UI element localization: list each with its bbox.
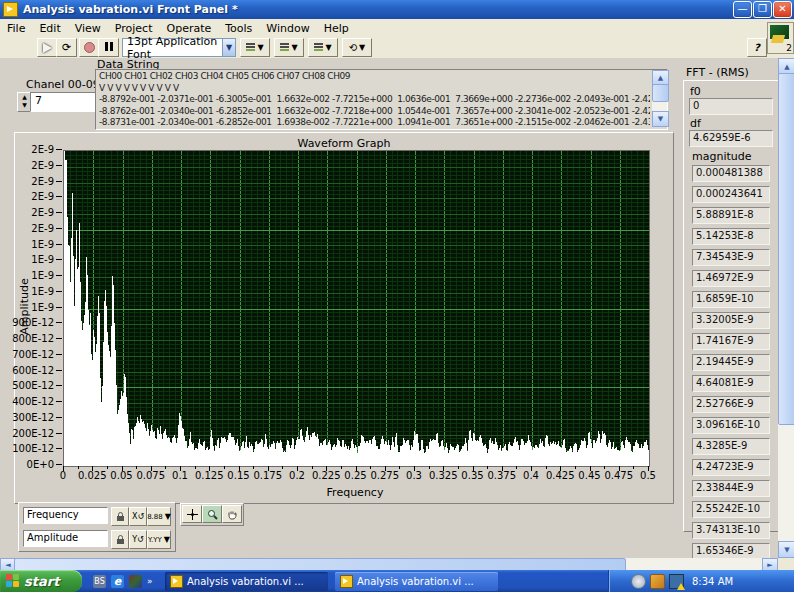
quick-launch-overflow-chevron[interactable]: »: [147, 576, 153, 586]
menu-item-file[interactable]: File: [0, 20, 32, 37]
scroll-thumb[interactable]: [652, 84, 669, 102]
pan-tool-button[interactable]: [222, 505, 242, 523]
data-string-row: -8.8731e-001 -2.0340e-001 -6.2852e-001 1…: [99, 117, 650, 129]
x-scale-name-field[interactable]: Frequency: [23, 507, 108, 524]
network-warning-tray-icon[interactable]: [669, 574, 684, 589]
panel-vertical-scrollbar[interactable]: ▲ ▼: [778, 58, 794, 558]
zoom-tool-button[interactable]: [202, 505, 222, 523]
magnitude-value: 3.09616E-10: [692, 417, 770, 434]
x-tick-mark: [648, 466, 649, 471]
menu-bar: FileEditViewProjectOperateToolsWindowHel…: [0, 19, 794, 38]
x-minor-tick-mark: [78, 466, 79, 469]
cursor-tool-button[interactable]: [182, 505, 202, 523]
y-tick-mark: [56, 464, 62, 465]
x-tick-mark: [268, 466, 269, 471]
abort-button[interactable]: [79, 38, 100, 57]
tray-clock[interactable]: 8:34 AM: [692, 576, 733, 587]
update-tray-icon[interactable]: [650, 574, 665, 589]
y-tick-mark: [56, 307, 62, 308]
magnitude-value: 2.33844E-9: [692, 480, 770, 497]
x-tick-mark: [356, 466, 357, 471]
y-tick-label: 2E-9: [12, 144, 54, 155]
x-tick-mark: [619, 466, 620, 471]
x-minor-tick-mark: [429, 466, 430, 469]
x-tick-mark: [590, 466, 591, 471]
magnitude-value: 4.64081E-9: [692, 375, 770, 392]
data-string-box[interactable]: CH00 CH01 CH02 CH03 CH04 CH05 CH06 CH07 …: [95, 69, 668, 130]
x-tick-mark: [414, 466, 415, 471]
y-tick-label: 2E-9: [12, 176, 54, 187]
y-tick-mark: [56, 338, 62, 339]
run-button[interactable]: [37, 38, 58, 57]
y-autoscale-button[interactable]: Y↺: [129, 530, 147, 549]
magnitude-value: 3.74313E-10: [692, 522, 770, 539]
align-objects-button[interactable]: ▼: [240, 38, 270, 57]
y-scale-name-field[interactable]: Amplitude: [23, 530, 108, 547]
menu-item-window[interactable]: Window: [259, 20, 316, 37]
resize-objects-button[interactable]: ▼: [308, 38, 338, 57]
x-minor-tick-mark: [546, 466, 547, 469]
run-continuous-icon: ⟳: [62, 41, 71, 54]
x-minor-tick-mark: [458, 466, 459, 469]
minimize-button[interactable]: —: [733, 1, 752, 18]
magnitude-array: 0.0004813880.0002436415.88891E-85.14253E…: [692, 165, 770, 585]
menu-item-view[interactable]: View: [68, 20, 108, 37]
pause-button[interactable]: [98, 38, 119, 57]
y-tick-label: 300E-12: [12, 412, 54, 423]
panel-horizontal-scrollbar[interactable]: ◄ ►: [0, 558, 778, 570]
distribute-objects-button[interactable]: ▼: [274, 38, 304, 57]
context-help-button[interactable]: ?: [747, 38, 767, 57]
fft-panel: f0 0 df 4.62959E-6 magnitude 0.000481388…: [683, 80, 779, 532]
quick-launch-icon-3[interactable]: [129, 575, 142, 588]
magnitude-value: 2.52766E-9: [692, 396, 770, 413]
task-button-1[interactable]: Analysis vabration.vi ...: [165, 572, 328, 591]
y-tick-mark: [56, 212, 62, 213]
restore-button[interactable]: ❐: [753, 1, 772, 18]
y-scale-lock-button[interactable]: [111, 530, 129, 549]
data-string-row: -8.8792e-001 -2.0371e-001 -6.3005e-001 1…: [99, 94, 650, 106]
y-format-icon: Y.YY: [148, 536, 162, 544]
y-tick-mark: [56, 401, 62, 402]
channel-value-field[interactable]: 7: [30, 92, 98, 112]
scroll-thumb[interactable]: [778, 73, 794, 425]
reorder-button[interactable]: ⟲▼: [342, 38, 372, 57]
x-axis-title: Frequency: [305, 486, 405, 499]
x-minor-tick-mark: [282, 466, 283, 469]
channel-label: Chanel 00-09: [26, 78, 100, 91]
x-minor-tick-mark: [224, 466, 225, 469]
x-autoscale-button[interactable]: X↺: [129, 507, 147, 526]
font-selector-value: 13pt Application Font: [127, 35, 222, 61]
plot-area[interactable]: [63, 150, 650, 467]
clock-tray-icon[interactable]: [631, 574, 646, 589]
help-icon: ?: [754, 42, 760, 53]
menu-item-edit[interactable]: Edit: [32, 20, 67, 37]
x-scale-lock-button[interactable]: [111, 507, 129, 526]
task-button-2[interactable]: Analysis vabration.vi ...: [335, 572, 498, 591]
quick-launch-icon-2[interactable]: e: [111, 575, 124, 588]
x-format-button[interactable]: 8.88▼: [147, 507, 171, 526]
df-label: df: [690, 117, 701, 130]
y-tick-mark: [56, 417, 62, 418]
system-tray: 8:34 AM: [608, 570, 794, 592]
y-format-button[interactable]: Y.YY▼: [147, 530, 171, 549]
y-tick-label: 0E+0: [12, 459, 54, 470]
y-tick-label: 2E-9: [12, 160, 54, 171]
title-bar[interactable]: Analysis vabration.vi Front Panel * — ❐ …: [0, 0, 794, 19]
x-minor-tick-mark: [312, 466, 313, 469]
scrollbar-corner: [778, 558, 794, 570]
quick-launch-icon-1[interactable]: BS: [93, 575, 106, 588]
scroll-down-icon[interactable]: ▼: [652, 111, 669, 127]
menu-item-tools[interactable]: Tools: [218, 20, 259, 37]
menu-item-help[interactable]: Help: [317, 20, 356, 37]
font-selector[interactable]: 13pt Application Font ▼: [122, 38, 236, 57]
y-tick-mark: [56, 165, 62, 166]
run-continuous-button[interactable]: ⟳: [56, 38, 77, 57]
data-string-scrollbar[interactable]: ▲ ▼: [652, 70, 667, 127]
y-tick-mark: [56, 291, 62, 292]
x-tick-mark: [473, 466, 474, 471]
close-button[interactable]: ✕: [773, 1, 792, 18]
resize-objects-icon: [314, 43, 323, 52]
scroll-down-icon[interactable]: ▼: [778, 541, 794, 558]
start-button[interactable]: start: [0, 570, 82, 592]
x-minor-tick-mark: [633, 466, 634, 469]
